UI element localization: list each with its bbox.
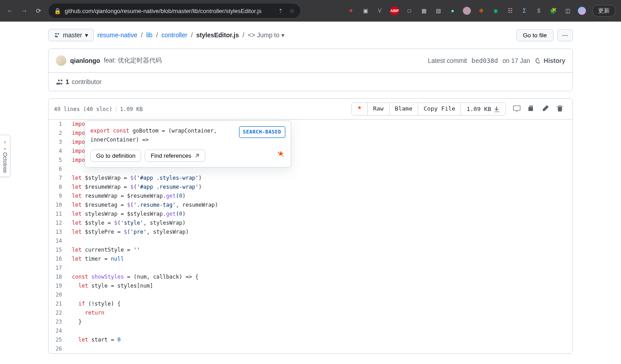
adblock-icon[interactable]: ABP: [390, 6, 399, 15]
reload-icon[interactable]: ⟳: [34, 7, 43, 14]
code-line[interactable]: 23 }: [49, 317, 572, 326]
code-box: 49 lines (40 sloc) 1.09 KB Raw Blame Cop…: [48, 98, 573, 354]
octotree-tab[interactable]: › • Octotree: [0, 135, 10, 177]
code-area[interactable]: SEARCH-BASED export const goBottom = (wr…: [49, 120, 572, 353]
code-line[interactable]: 18const showStyles = (num, callback) => …: [49, 272, 572, 281]
path-sep: /: [156, 31, 158, 39]
update-button[interactable]: 更新: [592, 5, 616, 17]
people-icon: [56, 78, 63, 85]
lines-sloc: 49 lines (40 sloc): [54, 106, 112, 112]
panel-icon[interactable]: ◫: [563, 7, 572, 15]
code-line[interactable]: 22 return: [49, 308, 572, 317]
ext-icon-4[interactable]: ●: [448, 7, 457, 15]
star-icon[interactable]: ☆: [289, 8, 295, 14]
lock-icon: 🔒: [54, 8, 61, 14]
copy-icon[interactable]: [524, 102, 538, 115]
download-size-button[interactable]: 1.09 KB: [461, 103, 506, 115]
branch-dropdown[interactable]: master ▾: [48, 29, 94, 41]
ext-icon-7[interactable]: ◉: [492, 7, 500, 15]
ext-icon-1[interactable]: ✷: [347, 7, 355, 15]
code-line[interactable]: 10let $resumetag = $('.resume-tag', resu…: [49, 200, 572, 209]
commit-date: on 17 Jan: [502, 57, 530, 64]
code-line[interactable]: 12let $style = $('style', stylesWrap): [49, 218, 572, 227]
code-line[interactable]: 19 let style = styles[num]: [49, 281, 572, 290]
sourcegraph-icon[interactable]: [352, 103, 368, 115]
code-line[interactable]: 20: [49, 290, 572, 299]
symbol-hover-popup: SEARCH-BASED export const goBottom = (wr…: [84, 120, 291, 168]
external-link-icon: [194, 153, 200, 159]
code-line[interactable]: 9let resumeWrap = $resumeWrap.get(0): [49, 191, 572, 200]
code-line[interactable]: 24: [49, 326, 572, 335]
go-to-definition-button[interactable]: Go to definition: [90, 150, 141, 162]
contributor-count: 1: [66, 78, 69, 85]
qr-icon[interactable]: ▦: [420, 7, 428, 15]
commit-sha[interactable]: bed038d: [471, 57, 498, 64]
more-actions-button[interactable]: ⋯: [557, 29, 573, 41]
path-sep: /: [141, 31, 143, 39]
url-text: github.com/qianlongo/resume-native/blob/…: [65, 8, 262, 14]
octotree-label: Octotree: [2, 152, 8, 173]
breadcrumb-lib[interactable]: lib: [146, 31, 152, 39]
ext-icon-9[interactable]: Σ: [520, 7, 528, 15]
url-bar[interactable]: 🔒 github.com/qianlongo/resume-native/blo…: [49, 4, 300, 18]
author-avatar[interactable]: [56, 55, 67, 66]
ext-icon-8[interactable]: ☷: [506, 7, 514, 15]
contributor-label: contributor: [72, 78, 102, 85]
delete-icon[interactable]: [553, 102, 567, 115]
ext-icon-v[interactable]: V: [376, 7, 384, 15]
forward-icon[interactable]: →: [20, 7, 29, 14]
caret-down-icon: ▾: [281, 31, 284, 39]
branch-name: master: [63, 31, 82, 39]
latest-commit-row: qianlongo feat: 优化定时器代码 Latest commit be…: [49, 49, 572, 73]
go-to-file-button[interactable]: Go to file: [516, 29, 554, 41]
code-line[interactable]: 14: [49, 236, 572, 245]
octotree-logo-icon: •: [2, 148, 8, 150]
code-header: 49 lines (40 sloc) 1.09 KB Raw Blame Cop…: [49, 99, 572, 120]
edit-icon[interactable]: [538, 102, 553, 115]
ext-icon-6[interactable]: ❉: [477, 7, 485, 15]
sourcegraph-logo-icon[interactable]: [276, 150, 285, 162]
search-based-badge: SEARCH-BASED: [239, 126, 285, 138]
code-line[interactable]: 13let $stylePre = $('pre', stylesWrap): [49, 227, 572, 236]
code-line[interactable]: 15let currentStyle = '': [49, 245, 572, 254]
ext-icon-3[interactable]: ▤: [434, 7, 442, 15]
code-line[interactable]: 16let timer = null: [49, 254, 572, 263]
browser-toolbar: ← → ⟳ 🔒 github.com/qianlongo/resume-nati…: [0, 0, 621, 22]
code-line[interactable]: 25 let start = 0: [49, 335, 572, 344]
code-line[interactable]: 21 if (!style) {: [49, 299, 572, 308]
raw-button[interactable]: Raw: [368, 103, 389, 115]
breadcrumb-repo[interactable]: resume-native: [98, 31, 138, 39]
code-line[interactable]: 26: [49, 344, 572, 353]
extensions-icon[interactable]: 🧩: [549, 7, 557, 15]
ext-icon-2[interactable]: ▣: [361, 7, 369, 15]
history-icon: [535, 57, 542, 64]
jump-to-dropdown[interactable]: <> Jump to ▾: [248, 31, 284, 39]
download-icon: [494, 106, 500, 112]
code-icon: <>: [248, 31, 255, 39]
back-icon[interactable]: ←: [5, 7, 14, 14]
bookmark-icon[interactable]: □: [405, 7, 413, 15]
ext-icon-10[interactable]: $: [535, 7, 543, 15]
commit-box: qianlongo feat: 优化定时器代码 Latest commit be…: [48, 49, 573, 91]
commit-message[interactable]: feat: 优化定时器代码: [104, 57, 162, 65]
path-sep: /: [191, 31, 193, 39]
branch-icon: [54, 32, 60, 38]
code-line[interactable]: 7let $stylesWrap = $('#app .styles-wrap'…: [49, 173, 572, 182]
contributors-row[interactable]: 1 contributor: [49, 73, 572, 91]
blame-button[interactable]: Blame: [390, 103, 418, 115]
breadcrumb-controller[interactable]: controller: [161, 31, 187, 39]
copy-file-button[interactable]: Copy File: [418, 103, 461, 115]
code-line[interactable]: 17: [49, 263, 572, 272]
code-line[interactable]: 11let stylesWrap = $stylesWrap.get(0): [49, 209, 572, 218]
breadcrumb-file: stylesEditor.js: [196, 31, 239, 39]
profile-avatar[interactable]: [578, 7, 586, 15]
caret-down-icon: ▾: [85, 31, 88, 39]
author-name[interactable]: qianlongo: [70, 57, 100, 64]
share-icon[interactable]: ⇡: [278, 8, 283, 14]
code-line[interactable]: 8let $resumeWrap = $('#app .resume-wrap'…: [49, 182, 572, 191]
file-size: 1.09 KB: [120, 106, 143, 112]
history-link[interactable]: History: [535, 57, 565, 64]
display-mode-icon[interactable]: [510, 102, 524, 115]
ext-icon-5[interactable]: [463, 7, 471, 15]
find-references-button[interactable]: Find references: [145, 150, 205, 162]
